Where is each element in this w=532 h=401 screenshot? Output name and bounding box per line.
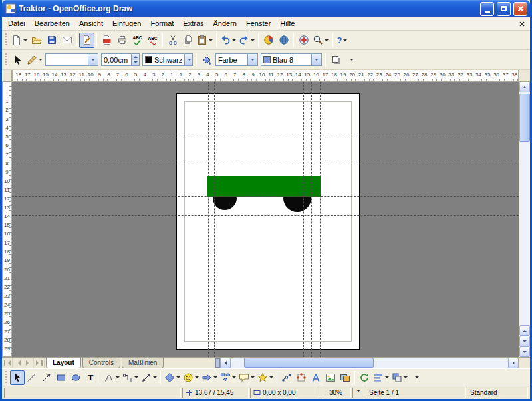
snap-guide-vertical[interactable]	[303, 82, 304, 357]
tab-masslinien[interactable]: Maßlinien	[122, 358, 164, 368]
menu-item[interactable]: Extras	[178, 17, 208, 30]
stars-tool[interactable]	[256, 370, 275, 385]
chevron-down-icon[interactable]	[176, 376, 180, 378]
toolbar-grip[interactable]	[5, 371, 7, 384]
copy-button[interactable]	[180, 33, 196, 48]
autospellcheck-button[interactable]: ABC	[145, 33, 160, 48]
gallery-button[interactable]	[338, 370, 352, 385]
arrow-tool[interactable]	[39, 370, 54, 385]
horizontal-scrollbar[interactable]	[220, 358, 519, 368]
previous-tab-button[interactable]	[13, 358, 23, 368]
basic-shapes-tool[interactable]	[163, 370, 182, 385]
menu-item[interactable]: Hilfe	[275, 17, 299, 30]
fill-color-combo[interactable]: Blau 8	[261, 53, 322, 66]
snap-guide-horizontal[interactable]	[12, 138, 519, 138]
insert-picture-button[interactable]	[323, 370, 338, 385]
chevron-down-icon[interactable]	[209, 39, 213, 41]
chevron-down-icon[interactable]	[23, 39, 27, 41]
menu-item[interactable]: Datei	[3, 17, 30, 30]
minimize-button[interactable]	[480, 2, 494, 16]
menu-item[interactable]: Ändern	[209, 17, 241, 30]
titlebar[interactable]: Traktor - OpenOffice.org Draw	[2, 0, 530, 17]
chevron-down-icon[interactable]	[247, 54, 257, 65]
menu-item[interactable]: Ansicht	[74, 17, 108, 30]
fontwork-button[interactable]	[309, 370, 323, 385]
close-document-icon[interactable]	[517, 19, 527, 29]
rotate-button[interactable]	[357, 370, 372, 385]
edit-points-button[interactable]	[279, 370, 294, 385]
drawing-page[interactable]	[176, 93, 360, 350]
chevron-down-icon[interactable]	[269, 376, 273, 378]
snap-guide-vertical[interactable]	[311, 82, 312, 357]
scroll-left-button[interactable]	[220, 358, 231, 368]
chevron-down-icon[interactable]	[88, 54, 98, 65]
select-tool[interactable]	[10, 370, 25, 385]
ellipse-tool[interactable]	[68, 370, 83, 385]
menu-item[interactable]: Bearbeiten	[30, 17, 74, 30]
last-tab-button[interactable]	[34, 358, 45, 368]
chevron-down-icon[interactable]	[404, 376, 408, 378]
line-color-combo[interactable]: Schwarz	[142, 53, 193, 66]
tab-scrollbar-splitter[interactable]	[215, 358, 220, 368]
toolbar-options-button[interactable]	[343, 52, 358, 67]
flowchart-tool[interactable]	[219, 370, 237, 385]
edit-file-button[interactable]	[79, 33, 94, 48]
block-arrows-tool[interactable]	[200, 370, 219, 385]
chevron-down-icon[interactable]	[134, 376, 138, 378]
vertical-scroll-thumb[interactable]	[519, 94, 530, 142]
chevron-down-icon[interactable]	[311, 54, 321, 65]
next-tab-button[interactable]	[23, 358, 34, 368]
chevron-down-icon[interactable]	[213, 376, 217, 378]
cut-button[interactable]	[165, 33, 180, 48]
first-tab-button[interactable]	[2, 358, 13, 368]
menu-item[interactable]: Einfügen	[108, 17, 146, 30]
hyperlink-button[interactable]	[276, 33, 291, 48]
curve-tool[interactable]	[102, 370, 121, 385]
previous-page-button[interactable]	[519, 325, 530, 336]
snap-guide-horizontal[interactable]	[12, 160, 519, 160]
zoom-button[interactable]	[311, 33, 330, 48]
fill-style-combo[interactable]: Farbe	[215, 53, 258, 66]
line-width-stepper[interactable]	[131, 54, 139, 65]
new-document-button[interactable]	[10, 33, 29, 48]
export-pdf-button[interactable]	[99, 33, 114, 48]
lines-and-arrows-tool[interactable]	[140, 370, 158, 385]
status-size-field[interactable]: 0,00 x 0,00	[250, 388, 319, 398]
open-button[interactable]	[29, 33, 44, 48]
next-page-button[interactable]	[519, 336, 530, 346]
horizontal-ruler[interactable]: 1817161514131211109876543211234567891011…	[12, 70, 519, 82]
close-button[interactable]	[513, 2, 527, 16]
horizontal-scroll-thumb[interactable]	[244, 358, 374, 368]
scroll-down-button[interactable]	[519, 346, 530, 357]
line-tool[interactable]	[25, 370, 39, 385]
shadow-button[interactable]	[328, 52, 343, 67]
gallery-button[interactable]	[261, 33, 276, 48]
paste-button[interactable]	[196, 33, 214, 48]
save-button[interactable]	[44, 33, 59, 48]
text-tool[interactable]: T	[83, 370, 98, 385]
chevron-down-icon[interactable]	[153, 376, 157, 378]
chevron-down-icon[interactable]	[251, 376, 255, 378]
undo-button[interactable]	[219, 33, 237, 48]
menu-item[interactable]: Format	[146, 17, 178, 30]
ruler-origin-button[interactable]	[2, 70, 12, 82]
vertical-ruler[interactable]: 1234567891011121314151617181920212223242…	[2, 82, 12, 357]
snap-guide-horizontal[interactable]	[12, 215, 519, 216]
status-page-field[interactable]: Seite 1 / 1	[366, 388, 466, 398]
chevron-down-icon[interactable]	[232, 39, 236, 41]
snap-guide-vertical[interactable]	[320, 82, 321, 357]
line-dialog-button[interactable]	[10, 52, 25, 67]
toolbar-grip[interactable]	[5, 33, 7, 47]
toolbar-grip[interactable]	[5, 53, 7, 67]
redo-button[interactable]	[237, 33, 256, 48]
tab-controls[interactable]: Controls	[82, 358, 120, 368]
chevron-down-icon[interactable]	[325, 39, 329, 41]
chevron-down-icon[interactable]	[251, 39, 255, 41]
chevron-down-icon[interactable]	[195, 376, 199, 378]
connector-tool[interactable]	[121, 370, 140, 385]
area-dialog-button[interactable]	[199, 52, 214, 67]
print-button[interactable]	[114, 33, 130, 48]
scroll-up-button[interactable]	[519, 82, 530, 92]
snap-guide-horizontal[interactable]	[12, 196, 519, 197]
line-width-field[interactable]: 0,00cm	[101, 53, 140, 66]
